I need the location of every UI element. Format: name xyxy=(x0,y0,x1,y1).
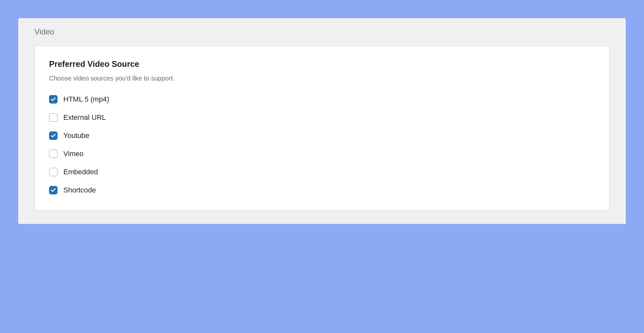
option-label: Vimeo xyxy=(63,150,84,158)
check-icon xyxy=(50,96,56,102)
panel-title: Video xyxy=(34,27,610,36)
video-settings-panel: Video Preferred Video Source Choose vide… xyxy=(18,18,626,224)
check-icon xyxy=(50,187,56,193)
checkbox-youtube[interactable] xyxy=(49,131,58,140)
option-youtube[interactable]: Youtube xyxy=(49,131,595,140)
checkbox-shortcode[interactable] xyxy=(49,186,58,194)
option-label: Shortcode xyxy=(63,186,96,194)
option-shortcode[interactable]: Shortcode xyxy=(49,186,595,194)
option-label: Embedded xyxy=(63,168,98,176)
section-heading: Preferred Video Source xyxy=(49,59,595,69)
option-html5[interactable]: HTML 5 (mp4) xyxy=(49,95,595,104)
checkbox-html5[interactable] xyxy=(49,95,58,104)
option-label: External URL xyxy=(63,113,106,122)
option-embedded[interactable]: Embedded xyxy=(49,168,595,176)
checkbox-vimeo[interactable] xyxy=(49,150,58,158)
option-label: HTML 5 (mp4) xyxy=(63,95,109,104)
checkbox-external-url[interactable] xyxy=(49,113,58,122)
settings-card: Preferred Video Source Choose video sour… xyxy=(34,46,610,210)
option-external-url[interactable]: External URL xyxy=(49,113,595,122)
option-label: Youtube xyxy=(63,131,89,140)
check-icon xyxy=(50,133,56,139)
checkbox-embedded[interactable] xyxy=(49,168,58,176)
section-description: Choose video sources you'd like to suppo… xyxy=(49,75,595,82)
option-vimeo[interactable]: Vimeo xyxy=(49,150,595,158)
video-source-options: HTML 5 (mp4) External URL Youtube Vimeo xyxy=(49,95,595,194)
